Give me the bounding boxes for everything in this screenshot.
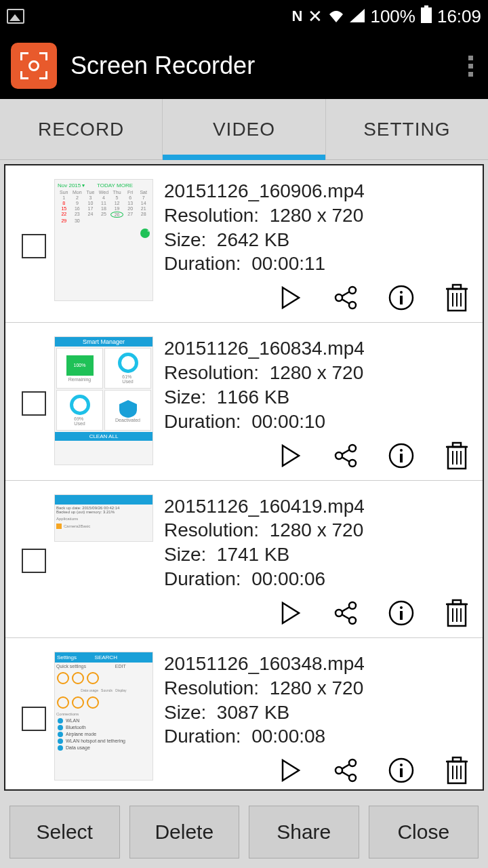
- filename: 20151126_160419.mp4: [164, 494, 474, 519]
- share-icon[interactable]: [331, 755, 361, 785]
- share-icon[interactable]: [331, 283, 361, 313]
- svg-point-32: [349, 617, 356, 624]
- delete-button[interactable]: Delete: [129, 806, 240, 859]
- size-value: 3087 KB: [217, 702, 289, 723]
- tab-setting[interactable]: SETTING: [326, 99, 488, 159]
- trash-icon[interactable]: [442, 598, 472, 628]
- trash-icon[interactable]: [442, 441, 472, 471]
- svg-line-48: [342, 772, 350, 776]
- svg-point-50: [400, 764, 403, 766]
- thumbnail[interactable]: Back up date: 2015/09/26 00:42:14Backed …: [54, 494, 155, 628]
- trash-icon[interactable]: [442, 755, 472, 785]
- svg-rect-26: [453, 443, 461, 447]
- filename: 20151126_160834.mp4: [164, 336, 474, 361]
- thumbnail[interactable]: Nov 2015 ▾ TODAY MORE SunMonTueWedThuFri…: [54, 179, 155, 313]
- app-bar: Screen Recorder: [0, 33, 488, 99]
- share-icon[interactable]: [331, 441, 361, 471]
- svg-point-36: [400, 606, 403, 609]
- duration-value: 00:00:06: [251, 568, 325, 589]
- bottom-bar: Select Delete Share Close: [0, 806, 488, 859]
- size-value: 1741 KB: [217, 544, 289, 565]
- play-icon[interactable]: [275, 283, 305, 313]
- play-icon[interactable]: [275, 598, 305, 628]
- trash-icon[interactable]: [442, 283, 472, 313]
- overflow-menu-icon[interactable]: [464, 52, 477, 81]
- svg-point-2: [349, 287, 356, 294]
- svg-rect-9: [400, 296, 403, 304]
- close-button[interactable]: Close: [369, 806, 479, 859]
- play-icon[interactable]: [275, 441, 305, 471]
- app-title: Screen Recorder: [70, 52, 451, 80]
- svg-point-22: [400, 449, 403, 452]
- thumbnail[interactable]: Smart Manager 100%Remaining 61%Used 69%U…: [54, 336, 155, 470]
- app-icon: [11, 43, 57, 89]
- checkbox[interactable]: [22, 707, 46, 731]
- svg-line-6: [342, 299, 350, 304]
- info-icon[interactable]: [386, 283, 416, 313]
- share-button[interactable]: Share: [249, 806, 359, 859]
- tab-label: SETTING: [363, 119, 450, 140]
- list-item: Settings SEARCH Quick settings EDIT Data…: [5, 638, 483, 791]
- tab-video[interactable]: VIDEO: [163, 99, 325, 159]
- list-item: Smart Manager 100%Remaining 61%Used 69%U…: [5, 323, 483, 480]
- checkbox[interactable]: [22, 549, 46, 573]
- resolution-value: 868 x 488: [270, 519, 364, 540]
- play-icon[interactable]: [275, 755, 305, 785]
- picture-icon: [7, 9, 24, 24]
- duration-value: 00:00:10: [251, 411, 325, 432]
- svg-rect-40: [453, 600, 461, 604]
- svg-point-3: [336, 294, 342, 301]
- tab-record[interactable]: RECORD: [0, 99, 163, 159]
- svg-point-18: [349, 460, 356, 467]
- battery-percent: 100%: [370, 6, 415, 27]
- list-item: Back up date: 2015/09/26 00:42:14Backed …: [5, 481, 483, 638]
- svg-line-47: [342, 764, 350, 769]
- svg-rect-0: [424, 5, 428, 7]
- duration-value: 00:00:11: [251, 253, 325, 274]
- checkbox[interactable]: [22, 234, 46, 258]
- svg-line-5: [342, 292, 350, 296]
- svg-point-44: [349, 760, 356, 766]
- svg-point-16: [349, 445, 356, 452]
- filename: 20151126_160906.mp4: [164, 179, 474, 203]
- nfc-icon: N: [292, 7, 303, 25]
- resolution-value: 868 x 488: [270, 362, 364, 383]
- svg-rect-23: [400, 454, 403, 462]
- status-bar: N ✕ 100% 16:09: [0, 0, 488, 33]
- info-icon[interactable]: [386, 755, 416, 785]
- resolution-value: 868 x 488: [270, 677, 364, 698]
- battery-icon: [421, 5, 432, 28]
- svg-point-45: [336, 767, 342, 774]
- svg-rect-37: [400, 611, 403, 620]
- tab-bar: RECORD VIDEO SETTING: [0, 99, 488, 160]
- tab-label: RECORD: [38, 119, 124, 140]
- size-value: 1166 KB: [217, 387, 289, 408]
- share-icon[interactable]: [331, 598, 361, 628]
- list-item: Nov 2015 ▾ TODAY MORE SunMonTueWedThuFri…: [5, 165, 483, 323]
- svg-point-30: [349, 602, 356, 609]
- wifi-icon: [328, 6, 344, 27]
- svg-point-17: [336, 452, 342, 459]
- size-value: 2642 KB: [217, 229, 289, 250]
- clock: 16:09: [437, 6, 481, 27]
- svg-line-19: [342, 450, 350, 454]
- select-button[interactable]: Select: [9, 806, 120, 859]
- info-icon[interactable]: [386, 598, 416, 628]
- svg-rect-12: [453, 285, 461, 289]
- tab-label: VIDEO: [213, 119, 275, 140]
- svg-line-33: [342, 607, 350, 612]
- svg-rect-51: [400, 768, 403, 777]
- svg-line-20: [342, 457, 350, 462]
- svg-rect-1: [421, 7, 432, 23]
- checkbox[interactable]: [22, 391, 46, 416]
- svg-line-34: [342, 614, 350, 619]
- filename: 20151126_160348.mp4: [164, 652, 474, 676]
- thumbnail[interactable]: Settings SEARCH Quick settings EDIT Data…: [54, 652, 155, 785]
- svg-point-8: [400, 291, 403, 294]
- info-icon[interactable]: [386, 441, 416, 471]
- svg-point-4: [349, 302, 356, 309]
- signal-icon: [350, 6, 365, 27]
- svg-point-46: [349, 774, 356, 781]
- video-list: Nov 2015 ▾ TODAY MORE SunMonTueWedThuFri…: [4, 164, 484, 791]
- duration-value: 00:00:08: [251, 726, 325, 747]
